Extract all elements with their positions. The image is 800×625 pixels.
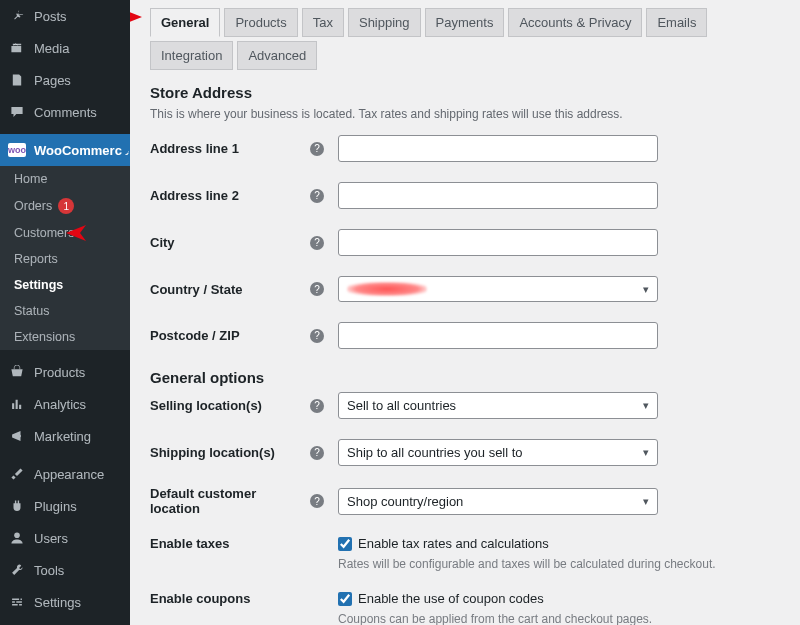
sidebar-item-posts[interactable]: Posts [0,0,130,32]
sidebar-item-label: Analytics [34,397,86,412]
default-customer-location-select[interactable]: Shop country/region ▾ [338,488,658,515]
help-icon[interactable]: ? [310,446,324,460]
sidebar-item-label: Plugins [34,499,77,514]
chevron-down-icon: ▾ [643,446,649,459]
comment-icon [8,103,26,121]
sidebar-item-label: Posts [34,9,67,24]
tab-tax[interactable]: Tax [302,8,344,37]
sliders-icon [8,593,26,611]
sidebar-sub-customers[interactable]: Customers [0,220,130,246]
selling-locations-select[interactable]: Sell to all countries ▾ [338,392,658,419]
main-content: General Products Tax Shipping Payments A… [130,0,800,625]
help-icon[interactable]: ? [310,282,324,296]
sidebar-item-appearance[interactable]: Appearance [0,458,130,490]
sidebar-item-label: Users [34,531,68,546]
products-icon [8,363,26,381]
sidebar-sub-reports[interactable]: Reports [0,246,130,272]
label-enable-coupons: Enable coupons [150,591,310,606]
label-address-line-2: Address line 2 [150,188,310,203]
tab-advanced[interactable]: Advanced [237,41,317,70]
sidebar-sub-settings[interactable]: Settings [0,272,130,298]
sidebar-item-label: WooCommerce [34,143,129,158]
sidebar-item-label: Appearance [34,467,104,482]
enable-taxes-checkbox-row[interactable]: Enable tax rates and calculations [338,536,716,551]
sidebar-item-label: Pages [34,73,71,88]
sidebar-item-label: Marketing [34,429,91,444]
woocommerce-icon: woo [8,141,26,159]
address-line-1-input[interactable] [338,135,658,162]
help-icon[interactable]: ? [310,399,324,413]
sidebar-item-label: Media [34,41,69,56]
sidebar-item-tools[interactable]: Tools [0,554,130,586]
tab-integration[interactable]: Integration [150,41,233,70]
city-input[interactable] [338,229,658,256]
label-city: City [150,235,310,250]
help-icon[interactable]: ? [310,189,324,203]
sidebar-item-pages[interactable]: Pages [0,64,130,96]
arrow-annotation [130,4,144,30]
sidebar-collapse[interactable]: Collapse menu [0,618,130,625]
chevron-down-icon: ▾ [643,283,649,296]
wrench-icon [8,561,26,579]
marketing-icon [8,427,26,445]
sidebar-item-users[interactable]: Users [0,522,130,554]
analytics-icon [8,395,26,413]
user-icon [8,529,26,547]
sidebar-item-comments[interactable]: Comments [0,96,130,128]
label-selling-locations: Selling location(s) [150,398,310,413]
sidebar-item-label: Products [34,365,85,380]
media-icon [8,39,26,57]
sidebar-sub-home[interactable]: Home [0,166,130,192]
help-icon[interactable]: ? [310,494,324,508]
chevron-down-icon: ▾ [643,399,649,412]
admin-sidebar: Posts Media Pages Comments woo WooCommer… [0,0,130,625]
pin-icon [8,7,26,25]
brush-icon [8,465,26,483]
tab-payments[interactable]: Payments [425,8,505,37]
label-country-state: Country / State [150,282,310,297]
sidebar-item-products[interactable]: Products [0,356,130,388]
shipping-locations-select[interactable]: Ship to all countries you sell to ▾ [338,439,658,466]
enable-taxes-checkbox[interactable] [338,537,352,551]
country-state-select[interactable]: ▾ [338,276,658,302]
sidebar-item-plugins[interactable]: Plugins [0,490,130,522]
orders-badge: 1 [58,198,74,214]
tab-products[interactable]: Products [224,8,297,37]
chevron-down-icon: ▾ [643,495,649,508]
store-address-desc: This is where your business is located. … [150,107,780,121]
tab-shipping[interactable]: Shipping [348,8,421,37]
sidebar-sub-status[interactable]: Status [0,298,130,324]
enable-coupons-checkbox-row[interactable]: Enable the use of coupon codes [338,591,652,606]
address-line-2-input[interactable] [338,182,658,209]
page-icon [8,71,26,89]
plug-icon [8,497,26,515]
sidebar-sub-orders[interactable]: Orders1 [0,192,130,220]
help-icon[interactable]: ? [310,236,324,250]
general-options-heading: General options [150,369,780,386]
sidebar-sub-extensions[interactable]: Extensions [0,324,130,350]
help-icon[interactable]: ? [310,142,324,156]
enable-taxes-hint: Rates will be configurable and taxes wil… [338,557,716,571]
tab-emails[interactable]: Emails [646,8,707,37]
label-address-line-1: Address line 1 [150,141,310,156]
enable-coupons-checkbox[interactable] [338,592,352,606]
postcode-input[interactable] [338,322,658,349]
svg-point-0 [14,532,20,538]
sidebar-item-settings[interactable]: Settings [0,586,130,618]
sidebar-item-label: Tools [34,563,64,578]
sidebar-item-label: Comments [34,105,97,120]
store-address-heading: Store Address [150,84,780,101]
label-postcode: Postcode / ZIP [150,328,310,343]
sidebar-item-marketing[interactable]: Marketing [0,420,130,452]
sidebar-item-media[interactable]: Media [0,32,130,64]
label-default-customer-location: Default customer location [150,486,310,516]
tab-accounts-privacy[interactable]: Accounts & Privacy [508,8,642,37]
label-enable-taxes: Enable taxes [150,536,310,551]
tab-general[interactable]: General [150,8,220,37]
settings-tabs: General Products Tax Shipping Payments A… [150,8,780,70]
sidebar-item-analytics[interactable]: Analytics [0,388,130,420]
label-shipping-locations: Shipping location(s) [150,445,310,460]
sidebar-item-woocommerce[interactable]: woo WooCommerce [0,134,130,166]
help-icon[interactable]: ? [310,329,324,343]
enable-coupons-hint: Coupons can be applied from the cart and… [338,612,652,625]
